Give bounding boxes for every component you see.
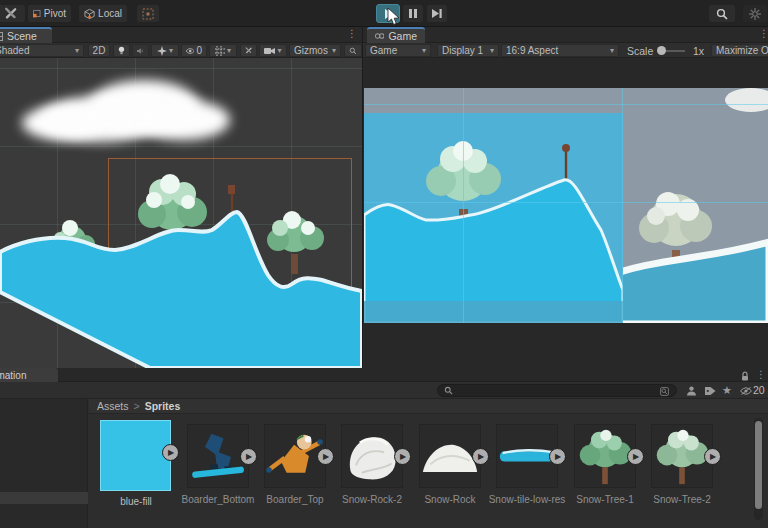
pause-button[interactable] (402, 4, 424, 23)
grid-line (622, 88, 623, 323)
scene-audio-button[interactable] (132, 44, 149, 57)
cube-icon (84, 8, 95, 20)
chevron-down-icon: ▾ (610, 45, 614, 57)
tab-game[interactable]: Game (367, 27, 425, 43)
gizmos-dropdown[interactable]: Gizmos ▾ (289, 44, 341, 57)
label-filter-icon[interactable] (705, 386, 716, 396)
favorites-star-icon[interactable]: ★ (722, 384, 732, 397)
asset-expand-button[interactable]: ▶ (549, 448, 566, 465)
scene-panel: Scene ⋮ Shaded ▾ 2D (0, 27, 362, 368)
grid-visual-dropdown[interactable]: ▾ (209, 44, 237, 57)
display-target-label: Display 1 (442, 45, 483, 56)
scale-slider-knob[interactable] (657, 46, 666, 55)
chevron-down-icon: ▾ (227, 45, 231, 57)
cloud-sprite (725, 88, 768, 112)
asset-thumbnail: ▶ (187, 424, 249, 488)
tab-animation[interactable]: Animation (0, 368, 58, 382)
asset-expand-button[interactable]: ▶ (704, 448, 721, 465)
project-search-input[interactable] (437, 384, 677, 397)
snow-tree-art (576, 426, 634, 486)
search-icon (349, 46, 357, 56)
scene-search-field[interactable] (344, 44, 362, 57)
lock-icon[interactable] (740, 371, 750, 381)
animation-tab-label: Animation (0, 370, 26, 381)
scale-label: Scale (627, 45, 653, 58)
snowboarder-legs-art (189, 430, 247, 482)
aspect-ratio-dropdown[interactable]: 16:9 Aspect ▾ (501, 44, 619, 57)
breadcrumb-separator: > (134, 400, 140, 413)
scene-menu-kebab-icon[interactable]: ⋮ (347, 28, 357, 39)
project-scrollbar-thumb[interactable] (755, 421, 762, 509)
project-tabbar: Animation ⋮ (0, 368, 768, 382)
pivot-toggle-button[interactable]: Pivot (27, 4, 72, 23)
pause-icon (409, 9, 417, 18)
asset-expand-button[interactable]: ▶ (162, 444, 179, 461)
camera-icon (264, 47, 275, 55)
chevron-down-icon: ▾ (277, 45, 281, 57)
scene-toolbar: Shaded ▾ 2D ▾ (0, 43, 362, 58)
game-display-mode-dropdown[interactable]: Game ▾ (365, 44, 431, 57)
game-viewport[interactable] (363, 58, 768, 368)
grid-snapping-button[interactable] (136, 4, 160, 23)
asset-expand-button[interactable]: ▶ (627, 448, 644, 465)
snow-tree-art (653, 426, 711, 486)
sun-icon (749, 8, 761, 20)
grid-line (463, 88, 464, 323)
local-toggle-button[interactable]: Local (78, 4, 128, 23)
step-button[interactable] (426, 4, 448, 23)
scene-effects-dropdown[interactable]: ▾ (151, 44, 179, 57)
cloud-services-button[interactable] (742, 4, 768, 23)
asset-expand-button[interactable]: ▶ (240, 448, 257, 465)
project-scrollbar[interactable] (754, 418, 763, 520)
project-panel: Animation ⋮ (0, 368, 768, 528)
gizmos-label: Gizmos (294, 45, 328, 56)
asset-expand-button[interactable]: ▶ (317, 448, 334, 465)
game-toolbar: Game ▾ Display 1 ▾ 16:9 Aspect ▾ Scale 1… (363, 43, 768, 58)
game-menu-kebab-icon[interactable]: ⋮ (759, 28, 768, 39)
prefab-filter-icon[interactable] (686, 386, 697, 396)
tools-icon (4, 7, 17, 20)
step-icon (432, 9, 442, 18)
toggle-2d-button[interactable]: 2D (88, 44, 110, 57)
search-everywhere-button[interactable] (708, 4, 736, 23)
hidden-eye-icon[interactable] (740, 387, 752, 395)
grid-line (364, 202, 768, 203)
chevron-down-icon: ▾ (332, 45, 336, 57)
project-menu-kebab-icon[interactable]: ⋮ (756, 369, 766, 380)
asset-thumbnail: ▶ (651, 424, 713, 488)
speaker-icon (137, 46, 144, 56)
aspect-ratio-label: 16:9 Aspect (506, 45, 558, 56)
scene-tabbar: Scene ⋮ (0, 27, 362, 43)
asset-expand-button[interactable]: ▶ (472, 448, 489, 465)
scene-visibility-button[interactable]: 0 (181, 44, 207, 57)
asset-expand-button[interactable]: ▶ (394, 448, 411, 465)
snow-hill-sprite (623, 242, 768, 323)
asset-thumbnail: ▶ (419, 424, 481, 488)
search-filter-icon[interactable] (660, 387, 669, 396)
display-target-dropdown[interactable]: Display 1 ▾ (437, 44, 499, 57)
editor-tools-button[interactable] (0, 4, 26, 23)
scene-lighting-button[interactable] (113, 44, 130, 57)
snow-rock-art (343, 428, 401, 484)
game-controller-icon (375, 32, 384, 40)
flag-pole-sprite (562, 144, 570, 181)
project-hidden-count: 20 (753, 384, 765, 397)
asset-item-snow-tree-2[interactable]: ▶ Snow-Tree-2 (651, 424, 713, 514)
scene-camera-dropdown[interactable]: ▾ (259, 44, 287, 57)
game-right-scene (623, 88, 768, 323)
snow-tile-art (498, 438, 556, 474)
breadcrumb-root[interactable]: Assets (97, 400, 129, 413)
project-folder-tree[interactable] (0, 399, 88, 528)
scene-sprites (0, 58, 362, 368)
component-tools-button[interactable] (240, 44, 257, 57)
scene-viewport[interactable] (0, 58, 362, 368)
tab-scene[interactable]: Scene (0, 27, 52, 43)
asset-thumbnail: ▶ (264, 424, 326, 488)
maximize-on-play-button[interactable]: Maximize On (711, 44, 768, 57)
breadcrumb-current[interactable]: Sprites (145, 400, 181, 413)
scene-grid-icon (0, 32, 3, 41)
folder-tree-selected-row[interactable] (0, 492, 88, 504)
search-icon (716, 8, 728, 20)
shading-mode-dropdown[interactable]: Shaded ▾ (0, 44, 84, 57)
asset-thumbnail: ▶ (341, 424, 403, 488)
